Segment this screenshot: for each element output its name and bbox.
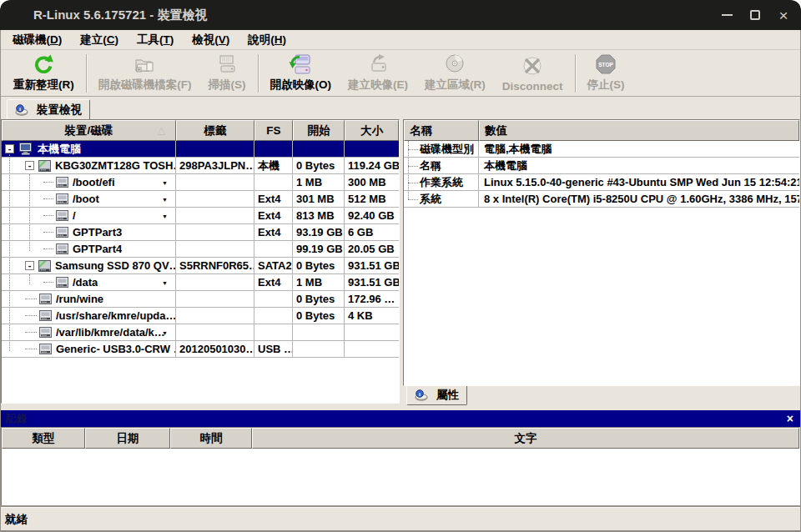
fs-cell bbox=[254, 308, 293, 324]
dropdown-arrow-icon[interactable]: ▼ bbox=[162, 179, 168, 185]
table-row[interactable]: -本機電腦 bbox=[2, 141, 399, 158]
device-cell: -Samsung SSD 870 QV… bbox=[2, 258, 176, 274]
tree-connector bbox=[408, 149, 418, 150]
menu-tools[interactable]: 工具(T) bbox=[128, 31, 183, 49]
open-image-button[interactable]: 開啟映像(O) bbox=[262, 51, 340, 96]
titlebar: R-Linux 5.6.175721 - 裝置檢視 × bbox=[0, 0, 801, 30]
column-header-device[interactable]: 裝置/磁碟△ bbox=[2, 120, 176, 141]
main-area: 裝置/磁碟△ 標籤 FS 開始 大小 -本機電腦-KBG30ZMT128G TO… bbox=[0, 119, 801, 410]
create-region-icon bbox=[443, 53, 466, 76]
expand-toggle[interactable]: - bbox=[25, 161, 34, 170]
column-header-name[interactable]: 名稱 bbox=[404, 120, 479, 141]
label-cell bbox=[176, 208, 254, 223]
dropdown-arrow-icon[interactable]: ▼ bbox=[162, 213, 168, 218]
partition-icon bbox=[56, 210, 68, 221]
window-title: R-Linux 5.6.175721 - 裝置檢視 bbox=[33, 8, 207, 23]
tab-properties[interactable]: i 屬性 bbox=[406, 386, 467, 405]
svg-text:i: i bbox=[419, 391, 421, 398]
menu-view[interactable]: 檢視(V) bbox=[183, 31, 239, 49]
stop-icon: STOP bbox=[594, 53, 617, 76]
table-row[interactable]: /run/wine0 Bytes172.96 … bbox=[2, 291, 399, 308]
device-name: GPTPart3 bbox=[73, 226, 122, 238]
column-header-date[interactable]: 日期 bbox=[85, 428, 170, 449]
partition-icon bbox=[39, 310, 52, 321]
column-header-start[interactable]: 開始 bbox=[293, 120, 345, 141]
properties-panel: 名稱 數值 磁碟機型別電腦,本機電腦名稱本機電腦作業系統Linux 5.15.0… bbox=[403, 119, 800, 386]
start-cell: 93.19 GB bbox=[293, 224, 345, 240]
column-header-time[interactable]: 時間 bbox=[170, 428, 252, 449]
table-row[interactable]: GPTPart499.19 GB20.05 GB bbox=[2, 241, 399, 258]
start-cell: 813 MB bbox=[293, 208, 345, 223]
menubar: 磁碟機(D) 建立(C) 工具(T) 檢視(V) 說明(H) bbox=[0, 30, 801, 50]
property-name: 系統 bbox=[404, 191, 479, 207]
open-drive-file-icon bbox=[134, 53, 157, 76]
tree-indent bbox=[43, 198, 53, 199]
sort-indicator-icon: △ bbox=[158, 124, 165, 136]
tab-device-view[interactable]: i 裝置檢視 bbox=[7, 99, 90, 119]
table-row[interactable]: Generic- USB3.0-CRW …20120501030…USB … bbox=[2, 341, 399, 358]
partition-icon bbox=[56, 277, 68, 288]
table-row[interactable]: /▼Ext4813 MB92.40 GB bbox=[2, 208, 399, 224]
device-cell: -KBG30ZMT128G TOSH… bbox=[2, 158, 176, 173]
table-row[interactable]: /boot▼Ext4301 MB512 MB bbox=[2, 191, 399, 208]
tree-connector bbox=[408, 166, 418, 167]
column-header-text[interactable]: 文字 bbox=[252, 428, 799, 449]
toolbar-separator bbox=[575, 54, 576, 93]
device-cell: /run/wine bbox=[2, 291, 176, 307]
property-row[interactable]: 作業系統Linux 5.15.0-40-generic #43-Ubuntu S… bbox=[404, 174, 799, 191]
device-name: /boot bbox=[73, 193, 99, 205]
tree-indent bbox=[43, 215, 53, 216]
table-row[interactable]: /usr/share/kmre/upda…0 Bytes4 KB bbox=[2, 308, 399, 324]
property-row[interactable]: 名稱本機電腦 bbox=[404, 158, 799, 174]
maximize-icon bbox=[750, 10, 760, 20]
menu-help[interactable]: 說明(H) bbox=[239, 31, 295, 49]
property-value: Linux 5.15.0-40-generic #43-Ubuntu SMP W… bbox=[479, 174, 799, 190]
create-region-button: 建立區域(R) bbox=[416, 51, 494, 96]
column-header-label[interactable]: 標籤 bbox=[176, 120, 254, 141]
dropdown-arrow-icon[interactable]: ▼ bbox=[162, 329, 168, 335]
partition-icon bbox=[56, 177, 68, 188]
device-name: /var/lib/kmre/data/k… bbox=[56, 326, 165, 339]
expand-toggle[interactable]: - bbox=[5, 144, 14, 153]
start-cell: 0 Bytes bbox=[293, 258, 345, 274]
fs-cell: 本機 bbox=[254, 158, 293, 173]
column-header-size[interactable]: 大小 bbox=[345, 120, 399, 141]
table-row[interactable]: /boot/efi▼1 MB300 MB bbox=[2, 174, 399, 191]
column-header-value[interactable]: 數值 bbox=[479, 120, 799, 141]
disk-info-icon: i bbox=[15, 104, 28, 116]
toolbar-separator bbox=[86, 54, 87, 93]
drive-icon bbox=[38, 260, 51, 272]
tab-properties-label: 屬性 bbox=[436, 388, 459, 403]
label-cell bbox=[176, 191, 254, 207]
start-cell bbox=[293, 141, 345, 157]
table-row[interactable]: GPTPart3Ext493.19 GB6 GB bbox=[2, 224, 399, 241]
menu-create[interactable]: 建立(C) bbox=[71, 31, 128, 49]
dropdown-arrow-icon[interactable]: ▼ bbox=[162, 279, 168, 285]
scan-button: 掃描(S) bbox=[200, 51, 254, 96]
fs-cell bbox=[254, 174, 293, 190]
expand-toggle[interactable]: - bbox=[25, 261, 34, 270]
start-cell: 0 Bytes bbox=[293, 308, 345, 324]
close-button[interactable]: × bbox=[769, 0, 798, 30]
table-row[interactable]: -KBG30ZMT128G TOSH…298PA3JLPN…本機0 Bytes1… bbox=[2, 158, 399, 174]
table-row[interactable]: /var/lib/kmre/data/k…▼ bbox=[2, 324, 399, 341]
start-cell bbox=[293, 341, 345, 357]
menu-drive[interactable]: 磁碟機(D) bbox=[3, 31, 71, 49]
minimize-button[interactable] bbox=[713, 0, 741, 30]
device-name: /usr/share/kmre/upda… bbox=[56, 309, 175, 322]
minimize-icon bbox=[722, 14, 733, 16]
table-row[interactable]: -Samsung SSD 870 QV…S5RRNF0R65…SATA20 By… bbox=[2, 258, 399, 274]
maximize-button[interactable] bbox=[741, 0, 769, 30]
refresh-button[interactable]: 重新整理(R) bbox=[5, 51, 83, 96]
column-header-fs[interactable]: FS bbox=[254, 120, 293, 141]
device-name: Generic- USB3.0-CRW … bbox=[56, 343, 175, 355]
property-row[interactable]: 磁碟機型別電腦,本機電腦 bbox=[404, 141, 799, 158]
table-row[interactable]: /data▼Ext41 MB931.51 GB bbox=[2, 274, 399, 291]
log-close-button[interactable]: × bbox=[787, 411, 793, 426]
device-cell: /boot▼ bbox=[2, 191, 176, 207]
property-value: 電腦,本機電腦 bbox=[479, 141, 799, 157]
property-row[interactable]: 系統8 x Intel(R) Core(TM) i5-8250U CPU @ 1… bbox=[404, 191, 799, 208]
column-header-type[interactable]: 類型 bbox=[2, 428, 85, 449]
dropdown-arrow-icon[interactable]: ▼ bbox=[162, 196, 168, 202]
device-name: /boot/efi bbox=[73, 176, 115, 188]
